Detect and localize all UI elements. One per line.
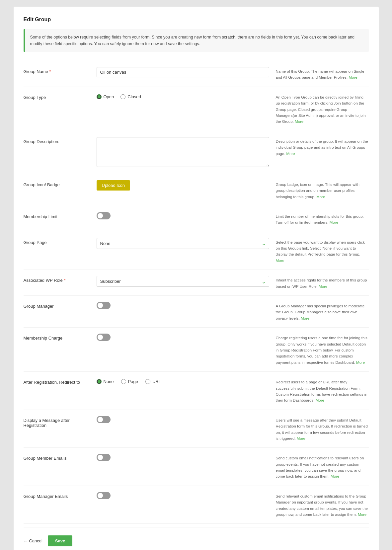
after-registration-help: Redirect users to a page or URL after th… bbox=[276, 378, 369, 404]
membership-limit-row: Membership Limit Limit the number of mem… bbox=[24, 206, 369, 232]
display-message-label: Display a Message after Registration bbox=[24, 416, 90, 428]
after-reg-url-radio[interactable] bbox=[145, 379, 150, 384]
after-reg-page[interactable]: Page bbox=[121, 379, 138, 384]
group-page-more-link[interactable]: More bbox=[276, 259, 284, 263]
group-type-more-link[interactable]: More bbox=[295, 119, 303, 123]
group-member-emails-slider bbox=[97, 454, 111, 461]
group-type-closed[interactable]: Closed bbox=[120, 94, 141, 99]
group-type-open[interactable]: Open bbox=[97, 94, 114, 99]
wp-role-select[interactable]: Subscriber bbox=[97, 276, 269, 287]
membership-charge-more-link[interactable]: More bbox=[356, 360, 365, 364]
wp-role-control: Subscriber ⌄ bbox=[90, 276, 276, 287]
group-description-label: Group Description: bbox=[24, 137, 90, 144]
after-registration-label: After Registration, Redirect to bbox=[24, 378, 90, 385]
group-manager-slider bbox=[97, 302, 111, 309]
group-member-emails-label: Group Member Emails bbox=[24, 454, 90, 461]
group-manager-emails-label: Group Manager Emails bbox=[24, 492, 90, 499]
membership-charge-row: Membership Charge Charge registering use… bbox=[24, 328, 369, 372]
cancel-button[interactable]: ← Cancel bbox=[24, 538, 42, 543]
wp-role-label: Associated WP Role * bbox=[24, 276, 90, 283]
group-type-closed-label[interactable]: Closed bbox=[127, 94, 141, 99]
after-registration-row: After Registration, Redirect to None Pag… bbox=[24, 372, 369, 410]
group-type-open-label[interactable]: Open bbox=[104, 94, 114, 99]
group-page-select[interactable]: None bbox=[97, 238, 269, 249]
after-registration-more-link[interactable]: More bbox=[316, 398, 324, 402]
group-member-emails-more-link[interactable]: More bbox=[331, 474, 339, 478]
group-name-row: Group Name * Name of this Group. The nam… bbox=[24, 61, 369, 87]
membership-charge-control bbox=[90, 334, 276, 341]
after-reg-none-radio[interactable] bbox=[97, 379, 102, 384]
group-icon-row: Group Icon/ Badge Upload Icon Group badg… bbox=[24, 174, 369, 206]
group-type-control: Open Closed bbox=[90, 93, 276, 99]
display-message-more-link[interactable]: More bbox=[297, 436, 305, 440]
group-name-control bbox=[90, 67, 276, 77]
display-message-toggle[interactable] bbox=[97, 416, 111, 423]
membership-charge-slider bbox=[97, 334, 111, 341]
group-icon-label: Group Icon/ Badge bbox=[24, 180, 90, 187]
group-name-help: Name of this Group. The name will appear… bbox=[276, 67, 369, 81]
group-manager-emails-control bbox=[90, 492, 276, 499]
group-manager-emails-more-link[interactable]: More bbox=[358, 512, 366, 516]
group-page-label: Group Page bbox=[24, 238, 90, 245]
display-message-control bbox=[90, 416, 276, 423]
group-page-select-wrapper: None ⌄ bbox=[97, 238, 269, 249]
save-button[interactable]: Save bbox=[48, 535, 72, 546]
after-reg-none-label[interactable]: None bbox=[104, 379, 114, 384]
wp-role-more-link[interactable]: More bbox=[319, 284, 327, 288]
group-manager-emails-toggle[interactable] bbox=[97, 492, 111, 499]
group-member-emails-row: Group Member Emails Send custom email no… bbox=[24, 448, 369, 486]
group-page-help: Select the page you want to display when… bbox=[276, 238, 369, 264]
upload-icon-button[interactable]: Upload Icon bbox=[97, 180, 130, 191]
after-reg-page-radio[interactable] bbox=[121, 379, 126, 384]
group-manager-control bbox=[90, 302, 276, 309]
notice-box: Some of the options below require select… bbox=[24, 29, 369, 52]
group-member-emails-control bbox=[90, 454, 276, 461]
edit-group-page: Edit Group Some of the options below req… bbox=[14, 7, 379, 550]
notice-text: Some of the options below require select… bbox=[30, 35, 355, 46]
group-manager-help: A Group Manager has special privileges t… bbox=[276, 302, 369, 321]
group-name-label: Group Name * bbox=[24, 67, 90, 74]
membership-limit-control bbox=[90, 212, 276, 219]
membership-charge-toggle[interactable] bbox=[97, 334, 111, 341]
wp-role-row: Associated WP Role * Subscriber ⌄ Inheri… bbox=[24, 270, 369, 296]
after-reg-url-label[interactable]: URL bbox=[152, 379, 161, 384]
group-member-emails-toggle[interactable] bbox=[97, 454, 111, 461]
display-message-help: Users will see a message after they subm… bbox=[276, 416, 369, 442]
display-message-row: Display a Message after Registration Use… bbox=[24, 410, 369, 448]
page-title: Edit Group bbox=[24, 17, 369, 23]
group-manager-emails-row: Group Manager Emails Send relevant custo… bbox=[24, 486, 369, 524]
group-manager-label: Group Manager bbox=[24, 302, 90, 309]
group-manager-emails-help: Send relevant custom email notifications… bbox=[276, 492, 369, 518]
footer-actions: ← Cancel Save bbox=[24, 527, 369, 546]
wp-role-help: Inherit the access rights for the member… bbox=[276, 276, 369, 289]
group-manager-more-link[interactable]: More bbox=[301, 316, 309, 320]
group-page-row: Group Page None ⌄ Select the page you wa… bbox=[24, 232, 369, 270]
after-reg-none[interactable]: None bbox=[97, 379, 114, 384]
after-reg-page-label[interactable]: Page bbox=[128, 379, 138, 384]
membership-limit-label: Membership Limit bbox=[24, 212, 90, 219]
group-manager-toggle[interactable] bbox=[97, 302, 111, 309]
left-arrow-icon: ← bbox=[24, 538, 28, 543]
group-description-input[interactable] bbox=[97, 137, 269, 167]
group-name-more-link[interactable]: More bbox=[349, 75, 357, 79]
membership-limit-slider bbox=[97, 212, 111, 219]
after-registration-radio-group: None Page URL bbox=[97, 378, 269, 384]
membership-charge-help: Charge registering users a one time fee … bbox=[276, 334, 369, 365]
group-type-row: Group Type Open Closed An Open Type Grou… bbox=[24, 87, 369, 131]
membership-limit-more-link[interactable]: More bbox=[330, 220, 338, 224]
group-type-help: An Open Type Group can be directly joine… bbox=[276, 93, 369, 125]
group-icon-control: Upload Icon bbox=[90, 180, 276, 191]
group-manager-row: Group Manager A Group Manager has specia… bbox=[24, 296, 369, 328]
group-page-control: None ⌄ bbox=[90, 238, 276, 249]
group-icon-more-link[interactable]: More bbox=[316, 195, 325, 199]
membership-limit-toggle[interactable] bbox=[97, 212, 111, 219]
group-type-radio-group: Open Closed bbox=[97, 93, 269, 99]
group-name-input[interactable] bbox=[97, 67, 269, 77]
after-reg-url[interactable]: URL bbox=[145, 379, 161, 384]
group-description-row: Group Description: Description or detail… bbox=[24, 131, 369, 174]
group-description-more-link[interactable]: More bbox=[286, 152, 295, 156]
group-icon-help: Group badge, icon or image. This will ap… bbox=[276, 180, 369, 200]
group-type-open-radio[interactable] bbox=[97, 94, 102, 99]
wp-role-select-wrapper: Subscriber ⌄ bbox=[97, 276, 269, 287]
group-type-closed-radio[interactable] bbox=[120, 94, 125, 99]
